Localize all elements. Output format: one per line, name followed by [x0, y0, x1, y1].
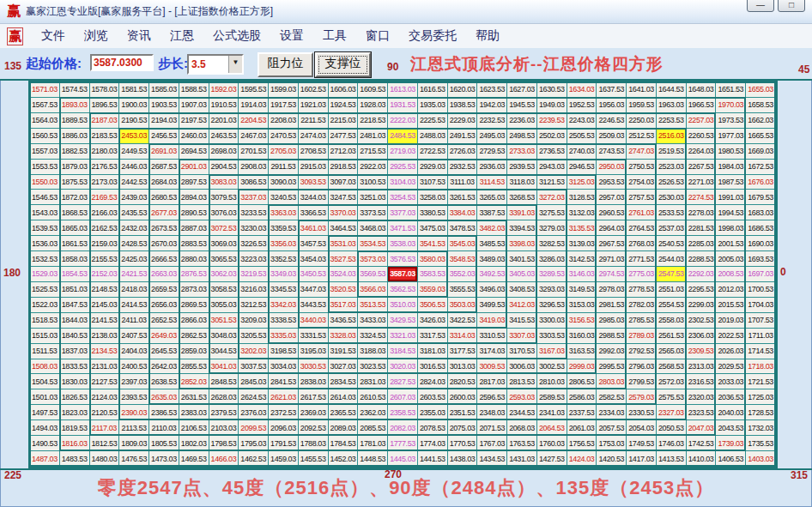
grid-cell[interactable]: 2141.53: [90, 313, 120, 329]
grid-cell[interactable]: 3097.03: [329, 175, 359, 190]
grid-cell[interactable]: 1585.03: [149, 82, 179, 98]
grid-cell[interactable]: 3107.53: [418, 175, 448, 190]
grid-cell[interactable]: 2229.03: [448, 113, 478, 129]
grid-cell[interactable]: 2131.03: [90, 359, 120, 375]
grid-cell[interactable]: 2708.53: [299, 144, 329, 160]
grid-cell[interactable]: 2946.53: [567, 160, 597, 175]
grid-cell[interactable]: 2302.53: [687, 313, 717, 329]
grid-cell[interactable]: 3174.03: [477, 344, 507, 359]
grid-cell[interactable]: 2862.53: [179, 329, 209, 344]
grid-cell[interactable]: 1854.53: [60, 267, 90, 282]
grid-cell[interactable]: 1574.53: [60, 82, 90, 98]
grid-cell[interactable]: 1837.03: [60, 344, 90, 359]
grid-cell[interactable]: 2834.53: [329, 374, 359, 389]
grid-cell[interactable]: 1683.03: [746, 205, 776, 220]
grid-cell[interactable]: 3576.53: [388, 251, 418, 267]
grid-cell[interactable]: 3342.03: [269, 298, 299, 313]
grid-cell[interactable]: 2491.53: [448, 129, 478, 144]
grid-cell[interactable]: 2211.53: [299, 113, 329, 129]
grid-cell[interactable]: 2785.53: [627, 313, 657, 329]
grid-cell[interactable]: 2729.53: [477, 144, 507, 160]
grid-cell[interactable]: 2029.53: [716, 359, 746, 375]
grid-cell[interactable]: 3314.03: [448, 329, 478, 344]
grid-cell[interactable]: 2232.53: [477, 113, 507, 129]
grid-cell[interactable]: 1886.03: [60, 129, 90, 144]
grid-cell[interactable]: 3198.53: [269, 344, 299, 359]
grid-cell[interactable]: 1620.03: [448, 82, 478, 98]
grid-cell[interactable]: 2138.03: [90, 329, 120, 344]
grid-cell[interactable]: 2561.53: [657, 329, 687, 344]
grid-cell[interactable]: 1802.03: [179, 436, 209, 451]
grid-cell[interactable]: 2537.03: [657, 220, 687, 236]
grid-cell[interactable]: 2411.03: [119, 313, 149, 329]
grid-cell[interactable]: 2600.03: [448, 389, 478, 405]
grid-cell[interactable]: 2288.53: [687, 251, 717, 267]
grid-cell[interactable]: 3139.03: [567, 236, 597, 251]
grid-cell[interactable]: 1459.03: [269, 451, 299, 467]
grid-cell[interactable]: 2390.03: [119, 405, 149, 420]
grid-cell[interactable]: 2953.53: [597, 175, 627, 190]
grid-cell[interactable]: 2736.53: [537, 144, 567, 160]
grid-cell[interactable]: 2488.03: [418, 129, 448, 144]
grid-cell[interactable]: 3510.03: [388, 298, 418, 313]
grid-cell[interactable]: 2372.53: [269, 405, 299, 420]
grid-cell[interactable]: 2467.03: [239, 129, 269, 144]
grid-cell[interactable]: 2869.53: [179, 298, 209, 313]
grid-cell[interactable]: 2719.03: [388, 144, 418, 160]
grid-cell[interactable]: 3093.53: [299, 175, 329, 190]
grid-cell[interactable]: 2344.53: [507, 405, 537, 420]
grid-cell[interactable]: 2292.03: [687, 267, 717, 282]
grid-cell[interactable]: 2159.03: [90, 236, 120, 251]
grid-cell[interactable]: 2134.53: [90, 344, 120, 359]
grid-cell[interactable]: 2250.03: [627, 113, 657, 129]
grid-cell[interactable]: 3303.53: [537, 329, 567, 344]
grid-cell[interactable]: 1553.53: [30, 160, 60, 175]
grid-cell[interactable]: 2981.53: [597, 298, 627, 313]
grid-cell[interactable]: 2453.03: [119, 129, 149, 144]
grid-cell[interactable]: 2544.03: [657, 251, 687, 267]
grid-cell[interactable]: 2040.03: [716, 405, 746, 420]
grid-cell[interactable]: 3534.53: [358, 236, 388, 251]
grid-cell[interactable]: 2925.53: [388, 160, 418, 175]
grid-cell[interactable]: 3464.53: [329, 220, 359, 236]
grid-cell[interactable]: 3149.53: [567, 282, 597, 298]
grid-cell[interactable]: 2327.03: [657, 405, 687, 420]
grid-cell[interactable]: 2519.53: [657, 144, 687, 160]
grid-cell[interactable]: 1903.53: [149, 98, 179, 113]
grid-cell[interactable]: 1970.03: [716, 98, 746, 113]
grid-cell[interactable]: 1833.53: [60, 359, 90, 375]
grid-cell[interactable]: 1662.03: [746, 113, 776, 129]
grid-cell[interactable]: 2582.53: [597, 389, 627, 405]
grid-cell[interactable]: 1571.03: [30, 82, 60, 98]
grid-cell[interactable]: 1819.53: [60, 420, 90, 436]
grid-cell[interactable]: 1700.53: [746, 282, 776, 298]
grid-cell[interactable]: 1588.53: [179, 82, 209, 98]
grid-cell[interactable]: 2414.53: [119, 298, 149, 313]
grid-cell[interactable]: 3282.53: [537, 236, 567, 251]
grid-cell[interactable]: 3006.03: [507, 359, 537, 375]
grid-cell[interactable]: 2218.53: [358, 113, 388, 129]
grid-cell[interactable]: 2512.53: [627, 129, 657, 144]
grid-cell[interactable]: 2929.03: [418, 160, 448, 175]
grid-cell[interactable]: 3002.53: [537, 359, 567, 375]
grid-cell[interactable]: 3009.53: [477, 359, 507, 375]
grid-cell[interactable]: 2407.53: [119, 329, 149, 344]
grid-cell[interactable]: 2064.53: [537, 420, 567, 436]
grid-cell[interactable]: 2715.53: [358, 144, 388, 160]
grid-cell[interactable]: 3268.53: [507, 190, 537, 205]
grid-cell[interactable]: 3146.03: [567, 267, 597, 282]
grid-cell[interactable]: 1889.53: [60, 113, 90, 129]
grid-cell[interactable]: 2649.03: [149, 329, 179, 344]
grid-cell[interactable]: 2351.53: [448, 405, 478, 420]
grid-cell[interactable]: 2089.03: [329, 420, 359, 436]
grid-cell[interactable]: 2887.03: [179, 220, 209, 236]
grid-cell[interactable]: 1704.03: [746, 298, 776, 313]
grid-cell[interactable]: 3272.03: [537, 190, 567, 205]
grid-cell[interactable]: 2768.03: [627, 236, 657, 251]
grid-cell[interactable]: 3471.53: [388, 220, 418, 236]
grid-cell[interactable]: 2992.03: [597, 344, 627, 359]
grid-cell[interactable]: 3321.03: [388, 329, 418, 344]
grid-cell[interactable]: 3548.53: [448, 251, 478, 267]
grid-cell[interactable]: 2631.53: [179, 389, 209, 405]
grid-cell[interactable]: 2572.03: [657, 374, 687, 389]
